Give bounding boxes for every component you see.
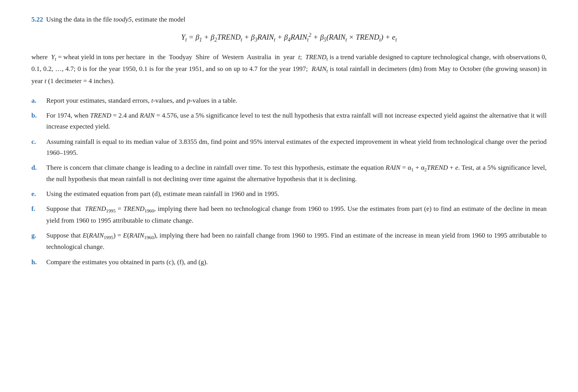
part-a-content: Report your estimates, standard errors, … xyxy=(46,95,547,106)
part-g-content: Suppose that E(RAIN1995) = E(RAIN1960), … xyxy=(46,230,547,253)
part-g-label: g. xyxy=(31,230,43,241)
part-b-content: For 1974, when TREND = 2.4 and RAIN = 4.… xyxy=(46,110,547,132)
part-e: e. Using the estimated equation from par… xyxy=(31,189,547,200)
part-h-content: Compare the estimates you obtained in pa… xyxy=(46,257,547,268)
part-f-content: Suppose that TREND1995 = TREND1960, impl… xyxy=(46,203,547,226)
part-a: a. Report your estimates, standard error… xyxy=(31,95,547,106)
part-e-content: Using the estimated equation from part (… xyxy=(46,189,547,200)
parts-list: a. Report your estimates, standard error… xyxy=(31,95,547,267)
part-f: f. Suppose that TREND1995 = TREND1960, i… xyxy=(31,203,547,226)
main-equation: Yt = β1 + β2TRENDt + β3RAINt + β4RAINt2 … xyxy=(31,32,547,43)
part-b-label: b. xyxy=(31,110,43,121)
part-d-content: There is concern that climate change is … xyxy=(46,162,547,185)
problem-header: 5.22 Using the data in the file toody5, … xyxy=(31,16,547,24)
problem-container: 5.22 Using the data in the file toody5, … xyxy=(31,16,547,268)
part-c-content: Assuming rainfall is equal to its median… xyxy=(46,136,547,158)
part-d: d. There is concern that climate change … xyxy=(31,162,547,185)
part-a-label: a. xyxy=(31,95,43,106)
part-c-label: c. xyxy=(31,136,43,147)
where-block: where Yt = wheat yield in tons per hecta… xyxy=(31,52,547,87)
part-c: c. Assuming rainfall is equal to its med… xyxy=(31,136,547,158)
part-f-label: f. xyxy=(31,203,43,214)
file-name: toody5 xyxy=(114,16,132,23)
problem-number: 5.22 xyxy=(31,16,43,24)
part-b: b. For 1974, when TREND = 2.4 and RAIN =… xyxy=(31,110,547,132)
problem-intro: Using the data in the file toody5, estim… xyxy=(46,16,185,24)
part-g: g. Suppose that E(RAIN1995) = E(RAIN1960… xyxy=(31,230,547,253)
part-d-label: d. xyxy=(31,162,43,173)
part-h: h. Compare the estimates you obtained in… xyxy=(31,257,547,268)
part-e-label: e. xyxy=(31,189,43,200)
part-h-label: h. xyxy=(31,257,43,268)
